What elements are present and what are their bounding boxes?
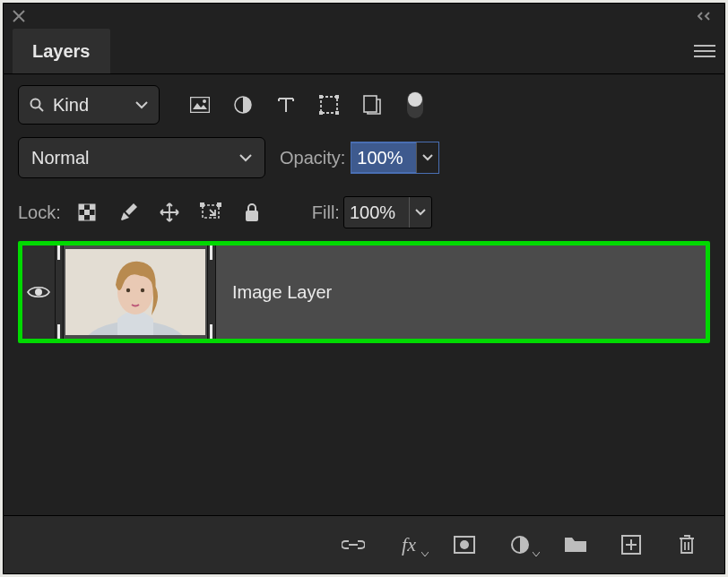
new-group-icon[interactable] [563, 532, 588, 557]
filter-row: Kind [4, 74, 724, 135]
layer-style-icon[interactable]: fx [396, 532, 421, 557]
fill-dropdown-icon[interactable] [409, 197, 431, 228]
chevron-down-icon [533, 545, 540, 561]
svg-rect-15 [79, 215, 84, 220]
svg-rect-7 [335, 95, 339, 99]
fill-label: Fill: [312, 202, 340, 223]
chevron-down-icon [135, 97, 148, 113]
filter-toggle[interactable] [407, 91, 423, 118]
layer-name[interactable]: Image Layer [232, 282, 332, 303]
new-layer-icon[interactable] [619, 532, 644, 557]
svg-rect-16 [90, 215, 95, 220]
lock-label: Lock: [18, 202, 61, 223]
svg-rect-5 [321, 97, 337, 113]
visibility-toggle[interactable] [22, 245, 55, 339]
svg-rect-6 [319, 95, 323, 99]
svg-point-26 [141, 288, 144, 292]
layer-row[interactable]: Image Layer [18, 241, 710, 343]
opacity-label: Opacity: [280, 148, 345, 168]
lock-row: Lock: Fill: [4, 189, 724, 236]
tab-label: Layers [32, 41, 91, 62]
adjustment-layer-icon[interactable] [507, 532, 533, 557]
fill-input[interactable] [344, 198, 409, 227]
svg-rect-10 [364, 96, 377, 112]
adjustment-layer-filter-icon[interactable] [231, 93, 255, 116]
layer-handle [55, 245, 64, 339]
lock-transparency-icon[interactable] [75, 201, 99, 224]
link-layers-icon[interactable] [341, 532, 366, 557]
svg-point-3 [203, 99, 206, 103]
svg-rect-8 [319, 111, 323, 115]
svg-point-25 [126, 288, 130, 292]
lock-position-icon[interactable] [158, 201, 181, 224]
shape-layer-filter-icon[interactable] [317, 93, 341, 116]
filter-kind-label: Kind [53, 95, 89, 116]
fill-group: Fill: [312, 196, 432, 228]
chevron-down-icon [421, 545, 429, 561]
lock-artboard-icon[interactable] [199, 201, 222, 224]
svg-rect-9 [335, 111, 339, 115]
panel-top-strip [4, 4, 724, 29]
add-mask-icon[interactable] [452, 532, 477, 557]
delete-layer-icon[interactable] [674, 532, 699, 557]
opacity-input[interactable] [351, 143, 416, 172]
blend-row: Normal Opacity: [4, 135, 724, 189]
opacity-control[interactable] [351, 142, 439, 174]
svg-rect-20 [246, 211, 258, 221]
svg-marker-2 [193, 103, 207, 109]
type-layer-filter-icon[interactable] [274, 93, 298, 116]
pixel-layer-filter-icon[interactable] [188, 93, 212, 116]
svg-rect-19 [217, 202, 221, 207]
panel-footer: fx [4, 515, 724, 573]
close-icon[interactable] [13, 10, 25, 22]
svg-rect-12 [79, 204, 84, 210]
svg-point-28 [460, 540, 469, 549]
svg-point-21 [35, 288, 42, 296]
layers-list: Image Layer [4, 236, 724, 343]
smart-object-filter-icon[interactable] [360, 93, 384, 116]
fill-control[interactable] [343, 196, 432, 228]
blend-mode-dropdown[interactable]: Normal [18, 137, 265, 178]
collapse-icon[interactable] [698, 11, 715, 22]
layer-thumbnail[interactable] [65, 249, 205, 335]
filter-type-icons [188, 91, 423, 118]
svg-rect-14 [84, 210, 90, 215]
svg-rect-1 [191, 98, 210, 113]
panel-menu-icon[interactable] [694, 29, 715, 73]
fx-label: fx [402, 533, 416, 556]
opacity-dropdown-icon[interactable] [416, 142, 438, 173]
tab-layers[interactable]: Layers [13, 29, 110, 73]
lock-pixels-icon[interactable] [117, 201, 140, 224]
svg-point-0 [31, 99, 40, 108]
lock-all-icon[interactable] [240, 201, 264, 224]
svg-rect-18 [200, 202, 204, 207]
svg-rect-13 [90, 204, 95, 210]
chevron-down-icon [239, 150, 252, 166]
blend-mode-value: Normal [31, 148, 89, 168]
filter-kind-dropdown[interactable]: Kind [18, 85, 160, 125]
layers-panel: Layers Kind [3, 3, 725, 574]
layer-handle [207, 245, 216, 339]
panel-tab-bar: Layers [4, 29, 724, 73]
